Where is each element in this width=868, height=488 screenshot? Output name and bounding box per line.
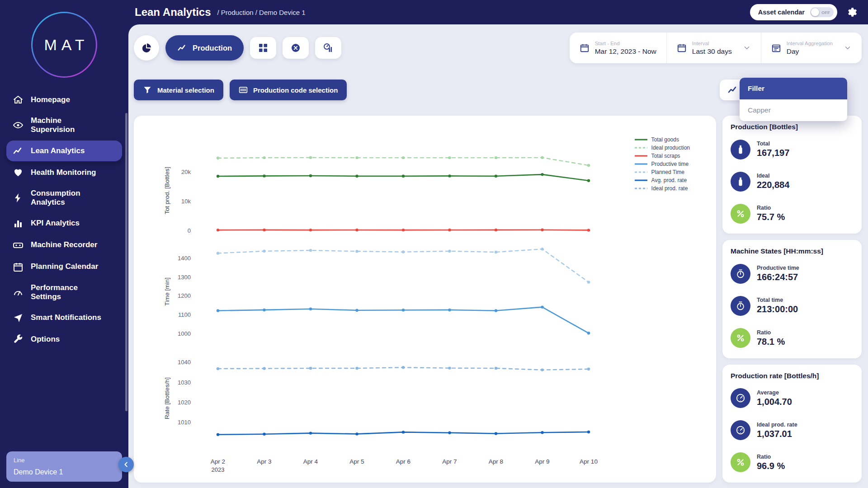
sidebar-item-machine-recorder[interactable]: Machine Recorder xyxy=(6,235,122,256)
material-selection-button[interactable]: Material selection xyxy=(134,80,223,100)
brand-logo: MAT xyxy=(31,12,97,78)
pie-chart-view-button[interactable] xyxy=(134,35,159,61)
calendar-icon xyxy=(580,43,590,53)
svg-text:1400: 1400 xyxy=(178,255,191,262)
svg-text:1100: 1100 xyxy=(178,311,191,318)
device-selector-label: Line xyxy=(14,457,115,464)
stat-value: 213:00:00 xyxy=(757,304,798,314)
legend-item-ideal-production[interactable]: Ideal production xyxy=(634,145,690,151)
sidebar-item-homepage[interactable]: Homepage xyxy=(6,89,122,110)
legend-label: Ideal production xyxy=(651,145,690,151)
legend-label: Avg. prod. rate xyxy=(651,177,687,183)
sidebar-item-label: Lean Analytics xyxy=(31,146,85,155)
svg-text:Apr 6: Apr 6 xyxy=(396,458,410,465)
production-tab-button[interactable]: Production xyxy=(165,35,244,61)
sidebar-item-label: Machine Supervision xyxy=(31,116,102,135)
sidebar-item-lean-analytics[interactable]: Lean Analytics xyxy=(6,141,122,161)
stat-label: Ideal xyxy=(757,173,789,179)
gear-icon xyxy=(845,6,857,18)
stat-row: Ideal prod. rate 1,037.01 xyxy=(731,420,854,440)
stat-row: Ratio 78.1 % xyxy=(731,328,854,348)
svg-text:Apr 4: Apr 4 xyxy=(303,458,318,465)
stat-value: 220,884 xyxy=(757,180,789,190)
rate-view-button[interactable] xyxy=(315,37,341,59)
chevron-down-icon xyxy=(743,44,751,52)
legend-swatch xyxy=(634,187,648,190)
aggregation-select[interactable]: Interval Aggregation Day xyxy=(761,33,862,63)
barcode-icon xyxy=(239,85,248,94)
page-title: Lean Analytics xyxy=(135,6,211,19)
settings-gear-button[interactable] xyxy=(845,6,857,18)
eye-icon xyxy=(13,120,24,131)
sidebar-item-planning-calendar[interactable]: Planning Calendar xyxy=(6,257,122,277)
svg-text:1010: 1010 xyxy=(178,419,191,426)
svg-text:1020: 1020 xyxy=(178,399,191,406)
interval-value: Last 30 days xyxy=(692,47,732,56)
chart-card: Total goodsIdeal productionTotal scrapsP… xyxy=(134,116,716,483)
sidebar-item-kpi-analytics[interactable]: KPI Analytics xyxy=(6,213,122,234)
legend-item-total-scraps[interactable]: Total scraps xyxy=(634,153,690,159)
svg-text:1040: 1040 xyxy=(178,359,191,366)
asset-calendar-pill: Asset calendar OFF xyxy=(750,4,837,20)
device-selector-card[interactable]: Line Demo Device 1 xyxy=(6,451,122,482)
legend-item-total-goods[interactable]: Total goods xyxy=(634,136,690,143)
svg-text:Rate [Bottles/h]: Rate [Bottles/h] xyxy=(164,377,170,419)
sidebar-item-performance-settings[interactable]: Performance Settings xyxy=(6,278,122,307)
speedometer-icon xyxy=(731,420,750,440)
production-code-selection-button[interactable]: Production code selection xyxy=(230,80,347,100)
legend-item-productive-time[interactable]: Productive time xyxy=(634,161,690,167)
start-end-value: Mar 12, 2023 - Now xyxy=(595,47,656,56)
gauge-icon xyxy=(13,287,24,298)
bottle-icon xyxy=(731,140,750,160)
sidebar-collapse-button[interactable] xyxy=(118,457,134,472)
percent-icon xyxy=(731,328,750,348)
dropdown-option-capper[interactable]: Capper xyxy=(740,99,847,121)
machine-dropdown: FillerCapper xyxy=(740,78,847,121)
sidebar-scrollbar[interactable] xyxy=(125,113,127,411)
stat-label: Ideal prod. rate xyxy=(757,422,797,428)
legend-item-planned-time[interactable]: Planned Time xyxy=(634,169,690,175)
dropdown-option-filler[interactable]: Filler xyxy=(740,78,847,99)
stopwatch-icon xyxy=(731,264,750,284)
dashboard-body: Total goodsIdeal productionTotal scrapsP… xyxy=(134,116,862,483)
stat-card-title: Production [Bottles] xyxy=(731,123,854,131)
grid-view-button[interactable] xyxy=(250,37,276,59)
chart-panel-1: 10001100120013001400Time [min] xyxy=(137,237,715,345)
gauge-chart-icon xyxy=(323,42,334,53)
heart-icon xyxy=(13,167,24,178)
stat-card-machine-states-hh-mm-ss: Machine States [HH:mm:ss] Productive tim… xyxy=(722,240,862,358)
asset-calendar-toggle[interactable]: OFF xyxy=(810,7,834,17)
legend-label: Total goods xyxy=(651,136,679,143)
stat-card-production-bottles: Production [Bottles] Total 167,197 Ideal… xyxy=(722,116,862,234)
app-root: MAT Homepage Machine Supervision Lean An… xyxy=(0,0,868,488)
stat-row: Productive time 166:24:57 xyxy=(731,264,854,284)
aggregation-value: Day xyxy=(787,47,833,56)
legend-item-ideal-prod-rate[interactable]: Ideal prod. rate xyxy=(634,185,690,192)
interval-select[interactable]: Interval Last 30 days xyxy=(666,33,761,63)
stat-label: Ratio xyxy=(757,205,785,211)
legend-swatch xyxy=(634,155,648,157)
sidebar-item-consumption-analytics[interactable]: Consumption Analytics xyxy=(6,184,122,212)
svg-text:Apr 3: Apr 3 xyxy=(257,458,271,465)
calendar-icon xyxy=(13,262,24,272)
sidebar-item-health-monitoring[interactable]: Health Monitoring xyxy=(6,162,122,183)
svg-text:Tot prod. [Bottles]: Tot prod. [Bottles] xyxy=(164,167,170,214)
sidebar-item-options[interactable]: Options xyxy=(6,329,122,350)
legend-item-avg-prod-rate[interactable]: Avg. prod. rate xyxy=(634,177,690,183)
scraps-view-button[interactable] xyxy=(283,37,309,59)
sidebar-item-label: Planning Calendar xyxy=(31,262,98,271)
bottle-icon xyxy=(731,172,750,192)
sidebar: MAT Homepage Machine Supervision Lean An… xyxy=(0,0,128,488)
stat-row: Ratio 75.7 % xyxy=(731,204,854,224)
start-end-field[interactable]: Start - End Mar 12, 2023 - Now xyxy=(570,33,666,63)
line-chart-icon xyxy=(727,84,738,95)
svg-text:1030: 1030 xyxy=(178,379,191,386)
sidebar-item-label: Consumption Analytics xyxy=(31,189,102,207)
sidebar-item-smart-notifications[interactable]: Smart Notifications xyxy=(6,307,122,328)
sidebar-item-machine-supervision[interactable]: Machine Supervision xyxy=(6,111,122,140)
chevron-down-icon xyxy=(844,44,852,52)
svg-text:Apr 8: Apr 8 xyxy=(489,458,503,465)
line-chart-icon xyxy=(177,43,187,53)
calendar-icon xyxy=(677,43,687,53)
svg-text:Apr 9: Apr 9 xyxy=(535,458,549,465)
